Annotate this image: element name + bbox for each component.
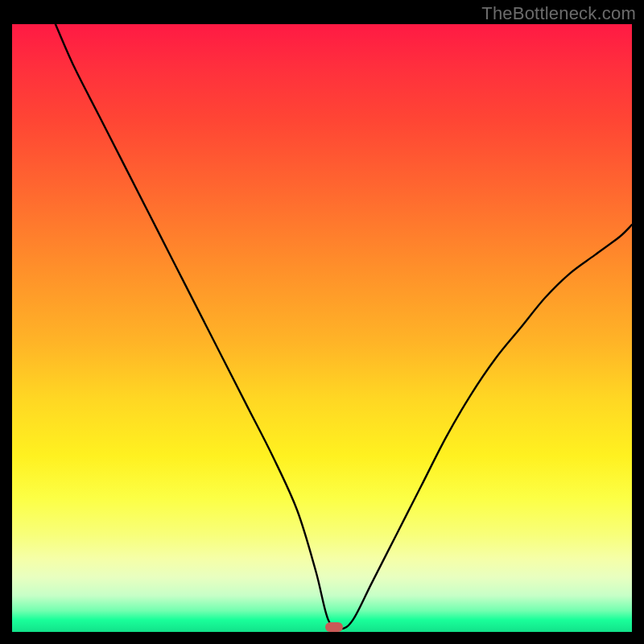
watermark-text: TheBottleneck.com (481, 3, 636, 24)
bottleneck-curve (12, 24, 632, 632)
chart-frame: TheBottleneck.com (0, 0, 644, 644)
optimal-point-marker (325, 622, 343, 632)
plot-area (12, 24, 632, 632)
